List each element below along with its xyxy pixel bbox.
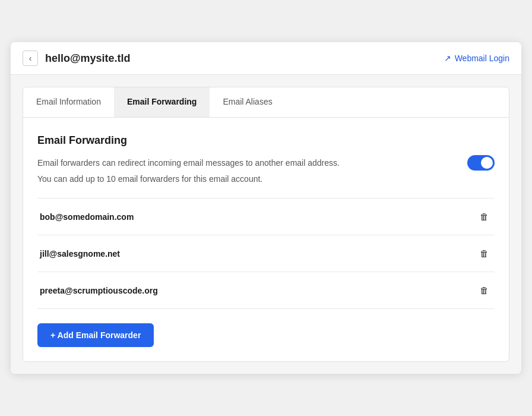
trash-icon: 🗑: [480, 285, 489, 295]
back-button[interactable]: ‹: [23, 51, 38, 66]
forwarder-row: preeta@scrumptiouscode.org 🗑: [37, 272, 495, 309]
tab-email-forwarding[interactable]: Email Forwarding: [114, 87, 210, 117]
delete-forwarder-button-2[interactable]: 🗑: [476, 283, 492, 298]
page-title: hello@mysite.tld: [45, 52, 131, 65]
content-area: Email Information Email Forwarding Email…: [11, 75, 521, 374]
forwarder-email: bob@somedomain.com: [40, 212, 134, 222]
sub-description: You can add up to 10 email forwarders fo…: [37, 174, 495, 184]
tab-content: Email Forwarding Email forwarders can re…: [23, 118, 509, 361]
trash-icon: 🗑: [480, 212, 489, 222]
tab-email-aliases[interactable]: Email Aliases: [210, 87, 285, 117]
main-window: ‹ hello@mysite.tld ↗ Webmail Login Email…: [11, 42, 521, 374]
trash-icon: 🗑: [480, 248, 489, 259]
tab-email-information[interactable]: Email Information: [23, 87, 114, 117]
add-email-forwarder-button[interactable]: + Add Email Forwarder: [37, 323, 154, 347]
forwarder-row: bob@somedomain.com 🗑: [37, 198, 495, 235]
header-left: ‹ hello@mysite.tld: [23, 51, 131, 66]
header: ‹ hello@mysite.tld ↗ Webmail Login: [11, 42, 521, 75]
forwarders-list: bob@somedomain.com 🗑 jill@salesgnome.net…: [37, 198, 495, 309]
forwarder-email: jill@salesgnome.net: [40, 249, 120, 259]
forwarding-toggle[interactable]: [467, 155, 495, 171]
delete-forwarder-button-1[interactable]: 🗑: [476, 246, 492, 261]
external-link-icon: ↗: [444, 53, 451, 63]
section-title: Email Forwarding: [37, 134, 495, 147]
tabs: Email Information Email Forwarding Email…: [23, 87, 509, 118]
description-row: Email forwarders can redirect incoming e…: [37, 155, 495, 171]
description-text: Email forwarders can redirect incoming e…: [37, 158, 340, 168]
forwarder-row: jill@salesgnome.net 🗑: [37, 235, 495, 272]
forwarder-email: preeta@scrumptiouscode.org: [40, 286, 158, 295]
delete-forwarder-button-0[interactable]: 🗑: [476, 209, 492, 224]
webmail-login-button[interactable]: ↗ Webmail Login: [444, 53, 509, 63]
toggle-slider: [467, 155, 495, 171]
card: Email Information Email Forwarding Email…: [23, 87, 509, 362]
